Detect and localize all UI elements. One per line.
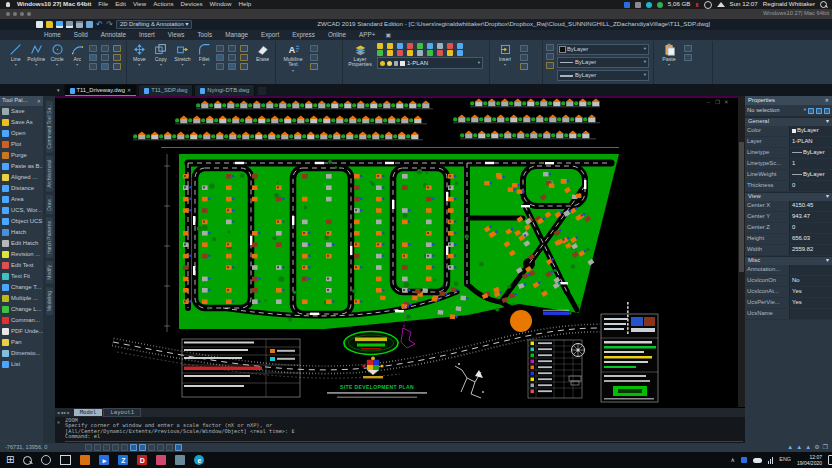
task-view-icon[interactable] (60, 455, 71, 465)
clean-screen-icon[interactable]: ❐ (823, 444, 828, 450)
property-value[interactable] (789, 309, 832, 319)
tool-icon[interactable] (520, 63, 528, 70)
property-value[interactable]: 4150.45 (789, 201, 832, 211)
tool-icon[interactable] (101, 63, 109, 70)
palette-item[interactable]: Object UCS (0, 216, 43, 227)
palette-item[interactable]: Comman... (0, 315, 43, 326)
mac-menu-item[interactable]: Edit (115, 1, 126, 7)
ribbon-tab[interactable]: Views (162, 30, 191, 40)
properties-header[interactable]: Properties✕ (745, 96, 832, 105)
close-tab-icon[interactable]: ✕ (127, 88, 131, 93)
hidden-icons-chevron[interactable]: ∧ (730, 457, 734, 463)
ribbon-tab[interactable]: Home (38, 30, 67, 40)
model-toggle[interactable] (175, 444, 182, 451)
dropbox-icon[interactable] (624, 2, 630, 8)
property-value[interactable]: ByLayer (789, 170, 832, 180)
palette-item[interactable]: Edit Hatch (0, 238, 43, 249)
mac-menu-item[interactable]: File (98, 1, 108, 7)
tool-icon[interactable] (240, 63, 248, 70)
workspace-dropdown[interactable]: 2D Drafting & Annotation ▾ (116, 20, 192, 30)
status-icon[interactable] (657, 2, 663, 8)
toggle-pickadd-icon[interactable] (824, 108, 830, 114)
drawing-canvas[interactable]: SITE DEVELOPMENT PLAN (55, 96, 745, 407)
ribbon-tab[interactable]: Insert (133, 30, 161, 40)
annotation-scale-icon[interactable]: ▲ (787, 444, 793, 450)
ribbon-tab[interactable]: Online (322, 30, 352, 40)
circle-button[interactable]: Circle▾ (48, 43, 65, 67)
ribbon-tab[interactable]: Express (286, 30, 321, 40)
property-value[interactable]: Yes (789, 298, 832, 308)
tool-icon[interactable] (228, 63, 236, 70)
cortana-icon[interactable] (41, 455, 51, 465)
store-app-icon[interactable] (80, 455, 90, 465)
property-value[interactable]: 943.47 (789, 212, 832, 222)
plot-icon[interactable] (76, 21, 83, 28)
palette-item[interactable]: Open (0, 128, 43, 139)
tool-icon[interactable] (216, 54, 224, 61)
tool-icon[interactable] (228, 45, 236, 52)
select-objects-icon[interactable] (816, 108, 822, 114)
mac-menu-item[interactable]: View (133, 1, 146, 7)
tool-icon[interactable] (89, 45, 97, 52)
window-control-dot[interactable] (13, 12, 17, 16)
wifi-icon[interactable] (717, 2, 725, 7)
d-app-icon[interactable]: D (137, 455, 147, 465)
taskbar-search-icon[interactable] (23, 456, 32, 465)
network-icon[interactable] (768, 457, 774, 464)
move-button[interactable]: Move▾ (130, 43, 149, 67)
property-value[interactable]: 656.03 (789, 234, 832, 244)
esnap-toggle[interactable] (121, 444, 128, 451)
layout1-tab[interactable]: Layout1 (103, 408, 141, 418)
paint-app-icon[interactable] (156, 455, 166, 465)
mac-clock[interactable]: Sun 12:07 (730, 1, 758, 7)
open-file-icon[interactable] (46, 21, 53, 28)
layer-freeze-icon[interactable] (387, 61, 392, 66)
stretch-button[interactable]: Stretch▾ (173, 43, 192, 67)
erase-button[interactable]: Erase (253, 43, 272, 62)
new-tab-button[interactable] (258, 87, 266, 95)
tool-icon[interactable] (89, 63, 97, 70)
palette-item[interactable]: Text Fit (0, 271, 43, 282)
palette-item[interactable]: Paste as B... (0, 161, 43, 172)
insert-button[interactable]: Insert▾ (493, 43, 517, 67)
circle-status-icon[interactable] (704, 1, 712, 9)
layer-on-icon[interactable] (380, 61, 385, 66)
ribbon-tab[interactable]: Solid (68, 30, 94, 40)
layer-properties-button[interactable]: Layer Properties (346, 43, 374, 68)
close-palette-icon[interactable]: ✕ (37, 99, 41, 104)
undo-icon[interactable]: ↶ (96, 21, 103, 28)
tool-icon[interactable] (101, 54, 109, 61)
mac-user[interactable]: Reginald Whittaker (763, 1, 815, 7)
lineweight-dropdown[interactable]: ByLayer▾ (557, 70, 649, 81)
property-value[interactable]: ByLayer (789, 148, 832, 158)
property-value[interactable]: 1-PLAN (789, 137, 832, 147)
taskbar-clock[interactable]: 12:0719/04/2020 (797, 454, 822, 466)
polar-toggle[interactable] (112, 444, 119, 451)
palette-item[interactable]: Revision ... (0, 249, 43, 260)
quick-select-icon[interactable] (808, 108, 814, 114)
canvas-scrollbar-thumb[interactable] (739, 142, 744, 272)
tool-icon[interactable] (546, 53, 554, 60)
dyn-input-toggle[interactable] (166, 444, 173, 451)
copy-button[interactable]: Copy▾ (152, 43, 171, 67)
ortho-toggle[interactable] (103, 444, 110, 451)
layout-nav-arrows[interactable]: ◀◀▶▶ (57, 411, 71, 415)
section-view[interactable]: View▾ (745, 192, 832, 201)
palette-header[interactable]: Tool Pal...✕ (0, 96, 43, 106)
tool-icon[interactable] (520, 54, 528, 61)
zwcad-app-icon[interactable]: Z (118, 455, 128, 465)
property-value[interactable]: 2559.82 (789, 245, 832, 255)
line-button[interactable]: Line▾ (7, 43, 24, 67)
language-indicator[interactable]: ENG (779, 457, 791, 462)
palette-item[interactable]: PDF Unde... (0, 326, 43, 337)
tool-icon[interactable] (546, 44, 554, 51)
palette-item[interactable]: Area (0, 194, 43, 205)
palette-tab[interactable]: Command Tool Sa.. (46, 101, 53, 153)
palette-item[interactable]: Aligned ... (0, 172, 43, 183)
search-icon[interactable] (820, 1, 827, 8)
close-command-icon[interactable]: ✕ (57, 420, 60, 425)
tab-list-dropdown-icon[interactable]: ▾ (57, 88, 63, 96)
section-misc[interactable]: Misc▾ (745, 256, 832, 265)
palette-item[interactable]: Hatch (0, 227, 43, 238)
tool-icon[interactable] (113, 45, 121, 52)
